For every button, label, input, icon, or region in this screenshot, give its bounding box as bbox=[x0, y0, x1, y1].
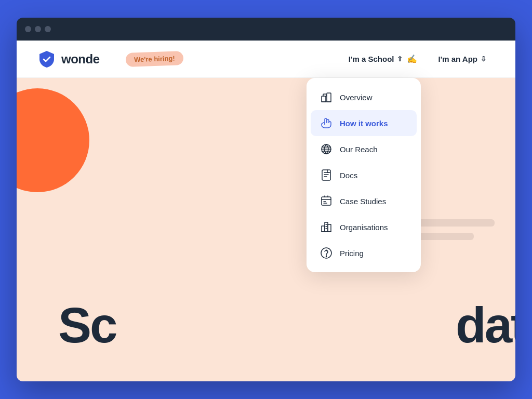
case-studies-label: Case Studies bbox=[340, 197, 386, 206]
main-content: Sc dat bbox=[17, 78, 515, 381]
chevron-down-icon: ⇩ bbox=[481, 55, 486, 63]
nav-app-label: I'm an App bbox=[438, 55, 477, 63]
organisations-label: Organisations bbox=[340, 223, 388, 232]
svg-rect-4 bbox=[322, 197, 331, 205]
hero-text-right: dat bbox=[456, 300, 515, 350]
hiring-badge: We're hiring! bbox=[125, 51, 183, 67]
navbar: wonde We're hiring! I'm a School ⇧ ✍ I'm… bbox=[17, 41, 515, 78]
hand-icon bbox=[319, 116, 334, 130]
browser-window: wonde We're hiring! I'm a School ⇧ ✍ I'm… bbox=[17, 18, 515, 381]
svg-rect-1 bbox=[327, 93, 331, 102]
browser-dots bbox=[25, 26, 51, 32]
hero-text-left: Sc bbox=[58, 300, 116, 350]
dropdown-item-our-reach[interactable]: Our Reach bbox=[311, 136, 417, 162]
docs-label: Docs bbox=[340, 171, 357, 180]
browser-content: wonde We're hiring! I'm a School ⇧ ✍ I'm… bbox=[17, 41, 515, 381]
dropdown-item-case-studies[interactable]: Case Studies bbox=[311, 188, 417, 214]
svg-rect-3 bbox=[322, 170, 330, 180]
nav-links: I'm a School ⇧ ✍ I'm an App ⇩ bbox=[340, 50, 495, 68]
building-icon bbox=[319, 90, 334, 104]
dropdown-item-overview[interactable]: Overview bbox=[311, 84, 417, 110]
nav-school-label: I'm a School bbox=[349, 55, 394, 63]
dot-red bbox=[25, 26, 31, 32]
browser-titlebar bbox=[17, 18, 515, 41]
case-studies-icon bbox=[319, 194, 334, 208]
chevron-up-icon: ⇧ bbox=[397, 55, 403, 63]
svg-point-5 bbox=[326, 257, 327, 257]
pricing-icon bbox=[319, 246, 334, 260]
dropdown-item-organisations[interactable]: Organisations bbox=[311, 214, 417, 240]
how-it-works-label: How it works bbox=[340, 119, 388, 128]
dropdown-item-how-it-works[interactable]: How it works bbox=[311, 110, 417, 136]
organisations-icon bbox=[319, 220, 334, 234]
dropdown-item-pricing[interactable]: Pricing bbox=[311, 240, 417, 266]
nav-app[interactable]: I'm an App ⇩ bbox=[430, 50, 495, 68]
logo-text: wonde bbox=[61, 52, 100, 66]
nav-school[interactable]: I'm a School ⇧ ✍ bbox=[340, 50, 426, 68]
logo-area: wonde bbox=[37, 50, 100, 69]
orange-circle-decoration bbox=[17, 88, 89, 192]
docs-icon bbox=[319, 168, 334, 182]
overview-label: Overview bbox=[340, 93, 373, 102]
dropdown-item-docs[interactable]: Docs bbox=[311, 162, 417, 188]
wonde-logo-icon bbox=[37, 50, 56, 69]
globe-icon bbox=[319, 142, 334, 156]
dropdown-menu: Overview How it works bbox=[307, 78, 421, 272]
dot-yellow bbox=[35, 26, 41, 32]
dot-green bbox=[45, 26, 51, 32]
svg-rect-0 bbox=[322, 96, 326, 102]
our-reach-label: Our Reach bbox=[340, 145, 378, 154]
cursor-icon: ✍ bbox=[407, 54, 417, 64]
pricing-label: Pricing bbox=[340, 249, 364, 258]
